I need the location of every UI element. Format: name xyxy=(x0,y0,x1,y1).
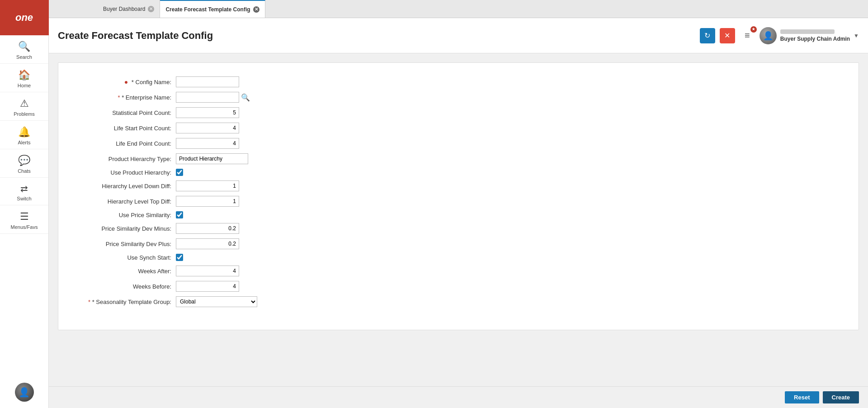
form-row-seasonality-template-group: * Seasonality Template Group: Global Loc… xyxy=(67,296,849,307)
weeks-after-input[interactable] xyxy=(176,266,239,276)
user-role: Buyer Supply Chain Admin xyxy=(780,36,850,42)
refresh-button[interactable]: ↻ xyxy=(700,28,715,43)
form-row-config-name: ● * Config Name: xyxy=(67,76,849,87)
home-icon: 🏠 xyxy=(18,69,30,81)
page-title: Create Forecast Template Config xyxy=(58,30,213,42)
price-similarity-dev-minus-label: Price Similarity Dev Minus: xyxy=(67,225,176,232)
chat-icon: 💬 xyxy=(18,155,30,166)
sidebar-item-menus-favs-label: Menus/Favs xyxy=(11,224,38,230)
use-price-similarity-label: Use Price Similarity: xyxy=(67,212,176,218)
notification-wrapper: ≡ ★ xyxy=(740,28,755,43)
user-info: Buyer Supply Chain Admin xyxy=(780,29,850,42)
form-row-use-price-similarity: Use Price Similarity: xyxy=(67,211,849,218)
sidebar-item-problems[interactable]: ⚠ Problems xyxy=(0,92,48,121)
user-avatar-header: 👤 xyxy=(760,27,777,44)
form-row-use-product-hierarchy: Use Product Hierarchy: xyxy=(67,169,849,176)
tab-create-forecast-close[interactable]: ✕ xyxy=(253,6,259,13)
price-similarity-dev-plus-label: Price Similarity Dev Plus: xyxy=(67,241,176,247)
bell-icon: 🔔 xyxy=(18,126,30,138)
tab-create-forecast-label: Create Forecast Template Config xyxy=(165,6,250,13)
sidebar: one 🔍 Search 🏠 Home ⚠ Problems 🔔 Alerts … xyxy=(0,0,49,408)
price-similarity-dev-minus-input[interactable] xyxy=(176,223,239,234)
sidebar-item-home[interactable]: 🏠 Home xyxy=(0,64,48,92)
reset-button[interactable]: Reset xyxy=(785,391,819,403)
user-section: 👤 Buyer Supply Chain Admin ▼ xyxy=(760,27,859,44)
sidebar-item-menus-favs[interactable]: ☰ Menus/Favs xyxy=(0,205,48,234)
tab-buyer-dashboard[interactable]: Buyer Dashboard ✕ xyxy=(98,0,160,18)
sidebar-item-switch-label: Switch xyxy=(17,196,31,201)
enterprise-name-search-button[interactable]: 🔍 xyxy=(241,93,250,102)
price-similarity-dev-plus-input[interactable] xyxy=(176,238,239,249)
weeks-before-input[interactable] xyxy=(176,281,239,292)
required-icon-config: ● xyxy=(124,78,128,85)
form-row-weeks-after: Weeks After: xyxy=(67,266,849,276)
seasonality-template-group-label: * Seasonality Template Group: xyxy=(67,299,176,305)
weeks-before-label: Weeks Before: xyxy=(67,283,176,290)
product-hierarchy-type-label: Product Hierarchy Type: xyxy=(67,156,176,162)
header-actions: ↻ ✕ ≡ ★ 👤 Buyer Supply Chain Admin ▼ xyxy=(700,27,859,44)
user-dropdown-arrow[interactable]: ▼ xyxy=(854,33,859,39)
sidebar-item-home-label: Home xyxy=(18,83,31,88)
life-start-point-count-input[interactable] xyxy=(176,123,239,133)
form-container: ● * Config Name: * Enterprise Name: 🔍 St… xyxy=(49,53,868,386)
sidebar-item-chats[interactable]: 💬 Chats xyxy=(0,149,48,178)
weeks-after-label: Weeks After: xyxy=(67,268,176,275)
menu-icon: ☰ xyxy=(20,211,29,223)
sidebar-bottom: 👤 xyxy=(0,383,48,408)
statistical-point-count-label: Statistical Point Count: xyxy=(67,109,176,116)
hierarchy-level-down-diff-label: Hierarchy Level Down Diff: xyxy=(67,183,176,190)
form-row-price-similarity-dev-minus: Price Similarity Dev Minus: xyxy=(67,223,849,234)
seasonality-template-group-select[interactable]: Global Local None xyxy=(176,296,257,307)
form-row-hierarchy-level-down-diff: Hierarchy Level Down Diff: xyxy=(67,180,849,191)
user-name-blurred xyxy=(780,29,835,34)
logo-text: one xyxy=(15,12,33,24)
hierarchy-level-down-diff-input[interactable] xyxy=(176,180,239,191)
config-name-label: ● * Config Name: xyxy=(67,78,176,85)
form-row-weeks-before: Weeks Before: xyxy=(67,281,849,292)
form-panel: ● * Config Name: * Enterprise Name: 🔍 St… xyxy=(58,62,859,330)
form-row-use-synch-start: Use Synch Start: xyxy=(67,254,849,261)
enterprise-name-input[interactable] xyxy=(176,92,239,103)
enterprise-name-label: * Enterprise Name: xyxy=(67,94,176,101)
statistical-point-count-input[interactable] xyxy=(176,107,239,118)
content-area: Buyer Dashboard ✕ Create Forecast Templa… xyxy=(49,0,868,408)
form-row-life-end-point-count: Life End Point Count: xyxy=(67,138,849,149)
hierarchy-level-top-diff-label: Hierarchy Level Top Diff: xyxy=(67,198,176,205)
use-price-similarity-checkbox[interactable] xyxy=(176,211,183,218)
sidebar-item-search[interactable]: 🔍 Search xyxy=(0,35,48,64)
user-avatar-sidebar[interactable]: 👤 xyxy=(15,383,34,402)
sidebar-item-chats-label: Chats xyxy=(18,168,31,174)
sidebar-item-problems-label: Problems xyxy=(14,111,34,117)
notification-badge: ★ xyxy=(750,26,757,33)
close-page-button[interactable]: ✕ xyxy=(720,28,735,43)
sidebar-item-alerts[interactable]: 🔔 Alerts xyxy=(0,121,48,149)
config-name-input[interactable] xyxy=(176,76,239,87)
form-row-hierarchy-level-top-diff: Hierarchy Level Top Diff: xyxy=(67,196,849,207)
form-actions-bar: Reset Create xyxy=(49,386,868,408)
sidebar-item-alerts-label: Alerts xyxy=(18,140,30,145)
form-row-statistical-point-count: Statistical Point Count: xyxy=(67,107,849,118)
hierarchy-level-top-diff-input[interactable] xyxy=(176,196,239,207)
use-product-hierarchy-checkbox[interactable] xyxy=(176,169,183,176)
life-end-point-count-label: Life End Point Count: xyxy=(67,140,176,147)
tab-create-forecast[interactable]: Create Forecast Template Config ✕ xyxy=(160,0,265,18)
form-row-life-start-point-count: Life Start Point Count: xyxy=(67,123,849,133)
app-logo[interactable]: one xyxy=(0,0,49,35)
search-icon: 🔍 xyxy=(18,41,30,52)
main-layout: Buyer Dashboard ✕ Create Forecast Templa… xyxy=(0,0,868,408)
life-start-point-count-label: Life Start Point Count: xyxy=(67,125,176,132)
page-header: Create Forecast Template Config ↻ ✕ ≡ ★ … xyxy=(49,18,868,53)
warning-icon: ⚠ xyxy=(20,98,29,109)
use-synch-start-label: Use Synch Start: xyxy=(67,254,176,261)
sidebar-item-switch[interactable]: ⇄ Switch xyxy=(0,178,48,205)
tab-buyer-dashboard-close[interactable]: ✕ xyxy=(148,6,154,12)
life-end-point-count-input[interactable] xyxy=(176,138,239,149)
use-synch-start-checkbox[interactable] xyxy=(176,254,183,261)
tab-bar: Buyer Dashboard ✕ Create Forecast Templa… xyxy=(49,0,868,18)
form-row-enterprise-name: * Enterprise Name: 🔍 xyxy=(67,92,849,103)
sidebar-item-search-label: Search xyxy=(16,54,32,60)
switch-icon: ⇄ xyxy=(20,183,28,194)
product-hierarchy-type-input[interactable] xyxy=(176,153,248,164)
create-button[interactable]: Create xyxy=(823,391,859,403)
use-product-hierarchy-label: Use Product Hierarchy: xyxy=(67,169,176,176)
